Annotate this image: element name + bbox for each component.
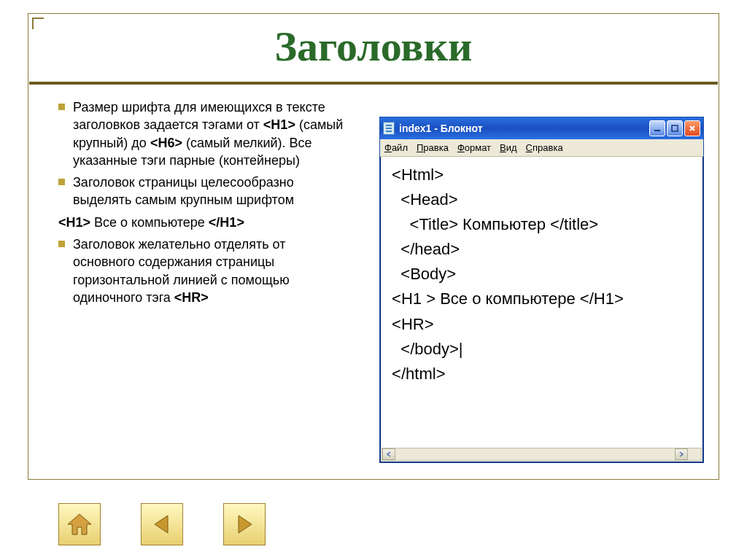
window-buttons [649, 120, 700, 136]
menu-item[interactable]: Формат [457, 142, 491, 153]
code-line: </html> [387, 362, 696, 386]
close-button[interactable] [684, 120, 700, 136]
bullet-item: Заголовок страницы целесообразно выделят… [58, 174, 350, 209]
menu-item[interactable]: Вид [500, 142, 517, 153]
arrow-left-icon [147, 510, 177, 539]
home-icon [65, 510, 94, 539]
home-button[interactable] [58, 503, 101, 545]
plain-line: <H1> Все о компьютере </H1> [58, 214, 350, 231]
scroll-sizer [688, 448, 701, 460]
code-line: <Html> [387, 163, 696, 187]
notepad-menubar: ФайлПравкаФорматВидСправка [380, 139, 703, 157]
scroll-left-button[interactable] [382, 448, 395, 460]
svg-rect-0 [654, 130, 660, 131]
minimize-button[interactable] [649, 120, 665, 136]
notepad-icon [383, 122, 395, 135]
arrow-right-icon [230, 510, 259, 539]
bullet-item: Заголовок желательно отделять от основно… [58, 236, 350, 306]
notepad-title: index1 - Блокнот [399, 122, 649, 134]
chevron-left-icon [386, 451, 392, 457]
code-line: </body>| [387, 337, 696, 362]
chevron-right-icon [678, 451, 684, 457]
close-icon [689, 125, 696, 132]
notepad-window: index1 - Блокнот ФайлПравкаФорматВидСпра… [379, 117, 704, 463]
menu-item[interactable]: Правка [417, 142, 449, 153]
slide-title: Заголовки [29, 22, 718, 71]
menu-item[interactable]: Справка [526, 142, 563, 153]
maximize-icon [671, 125, 678, 132]
bullet-item: Размер шрифта для имеющихся в тексте заг… [58, 98, 350, 169]
nav-buttons [58, 503, 266, 545]
code-line: <Body> [387, 262, 696, 287]
next-button[interactable] [223, 503, 266, 545]
prev-button[interactable] [141, 503, 183, 545]
slide-title-text: Заголовки [275, 23, 473, 70]
horizontal-scrollbar[interactable] [382, 448, 702, 461]
minimize-icon [654, 125, 661, 132]
menu-item[interactable]: Файл [384, 142, 408, 153]
scroll-right-button[interactable] [675, 448, 688, 460]
maximize-button[interactable] [667, 120, 683, 136]
notepad-titlebar[interactable]: index1 - Блокнот [380, 117, 703, 139]
code-line: <Title> Компьютер </title> [387, 212, 696, 237]
bullet-list: Размер шрифта для имеющихся в тексте заг… [58, 98, 350, 311]
code-line: <H1 > Все о компьютере </H1> [387, 287, 696, 311]
svg-rect-1 [672, 125, 678, 131]
scroll-track[interactable] [395, 448, 675, 460]
title-underline [29, 82, 718, 85]
code-line: <Head> [387, 187, 696, 212]
notepad-content[interactable]: <Html> <Head> <Title> Компьютер </title>… [382, 157, 702, 448]
code-line: <HR> [387, 312, 696, 337]
code-line: </head> [387, 237, 696, 262]
